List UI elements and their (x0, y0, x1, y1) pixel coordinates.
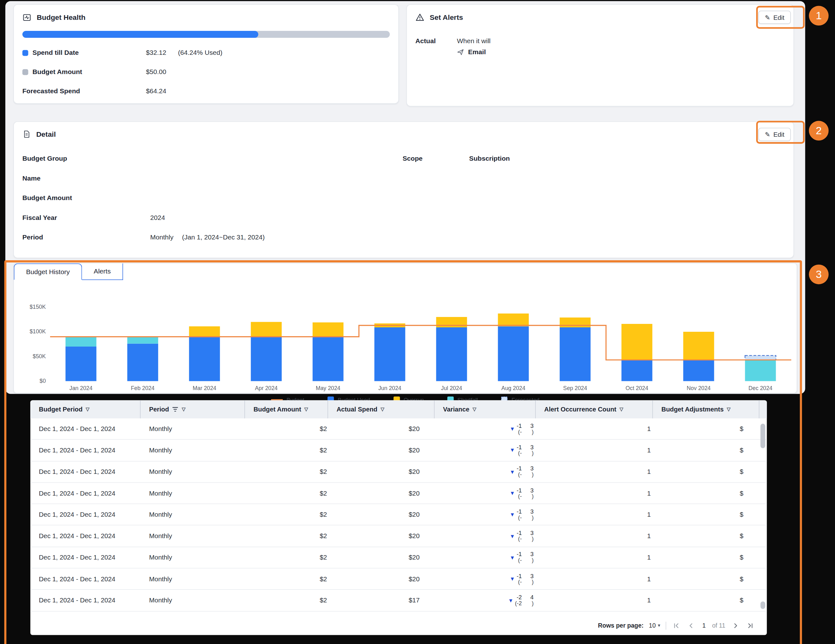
scrollbar-end[interactable] (760, 602, 765, 609)
previous-page-button[interactable] (686, 621, 696, 630)
x-axis-label: Feb 2024 (112, 385, 174, 391)
scope-value: Subscription (469, 155, 510, 162)
budget-progress-fill (23, 31, 258, 38)
scope-label: Scope (403, 155, 469, 162)
cell-budget-amount: $2 (245, 483, 328, 503)
forecasted-spend-row: Forecasted Spend $64.24 (23, 81, 390, 101)
first-page-button[interactable] (671, 621, 681, 630)
cell-budget-amount: $2 (245, 419, 328, 439)
cell-alert-occurrence-count: 1 (536, 483, 653, 503)
col-label: Variance (443, 406, 469, 413)
cell-budget-amount: $2 (245, 440, 328, 461)
sort-icon[interactable]: ▽ (727, 407, 731, 412)
col-header-variance[interactable]: Variance ▽ (435, 400, 536, 418)
variance-down-icon: ▼ (510, 490, 515, 496)
cell-budget-period: Dec 1, 2024 - Dec 1, 2024 (30, 461, 141, 482)
cell-budget-period: Dec 1, 2024 - Dec 1, 2024 (30, 590, 141, 611)
variance-down-icon: ▼ (508, 597, 513, 603)
current-page[interactable]: 1 (702, 622, 706, 629)
col-header-budget-period[interactable]: Budget Period ▽ (30, 400, 141, 418)
rows-per-page-select[interactable]: 10 ▾ (649, 622, 660, 629)
table-body: Dec 1, 2024 - Dec 1, 2024 Monthly $2 $20… (30, 419, 767, 612)
sort-icon[interactable]: ▽ (473, 407, 476, 412)
filter-applied-icon[interactable] (172, 406, 179, 412)
tab-alerts[interactable]: Alerts (82, 263, 123, 280)
budget-amount-row: Budget Amount $50.00 (23, 62, 390, 82)
detail-body: Budget Group Name Budget Amount Fiscal Y… (14, 143, 793, 247)
spend-dot-icon (23, 50, 28, 56)
set-alerts-edit-button[interactable]: ✎ Edit (759, 11, 791, 24)
cell-alert-occurrence-count: 1 (536, 504, 653, 525)
col-header-period[interactable]: Period ▽ (141, 400, 245, 418)
cell-variance: ▼ -2(-2 4) (435, 590, 536, 611)
sort-icon[interactable]: ▽ (86, 407, 89, 412)
cell-budget-period: Dec 1, 2024 - Dec 1, 2024 (30, 440, 141, 461)
cell-alert-occurrence-count: 1 (536, 568, 653, 589)
sort-icon[interactable]: ▽ (182, 407, 186, 412)
table-row: Dec 1, 2024 - Dec 1, 2024 Monthly $2 $20… (30, 504, 767, 526)
cell-budget-period: Dec 1, 2024 - Dec 1, 2024 (30, 568, 141, 589)
variance-down-icon: ▼ (510, 555, 515, 561)
col-label: Budget Period (39, 406, 83, 413)
cell-variance: ▼ -1(- 3) (435, 526, 536, 546)
spend-till-date-value: $32.12 (146, 49, 166, 57)
cell-variance: ▼ -1(- 3) (435, 504, 536, 525)
set-alerts-body: Actual When it will Email (407, 26, 794, 56)
col-header-budget-adjustments[interactable]: Budget Adjustments ▽ (653, 400, 759, 418)
table-scrollbar[interactable] (760, 422, 765, 609)
sort-icon[interactable]: ▽ (304, 407, 308, 412)
cell-variance: ▼ -1(- 3) (435, 483, 536, 503)
period-label: Period (23, 234, 150, 241)
cell-alert-occurrence-count: 1 (536, 526, 653, 546)
alert-config: When it will Email (457, 37, 491, 56)
period-range: (Jan 1, 2024~Dec 31, 2024) (182, 234, 265, 241)
scrollbar-thumb[interactable] (760, 424, 765, 448)
tabs-bar: Budget History Alerts (14, 263, 796, 280)
table-row: Dec 1, 2024 - Dec 1, 2024 Monthly $2 $20… (30, 547, 767, 568)
forecasted-spend-value: $64.24 (146, 87, 166, 95)
col-header-alert-occurrence-count[interactable]: Alert Occurrence Count ▽ (536, 400, 653, 418)
table-footer: Rows per page: 10 ▾ 1 of 11 (598, 621, 755, 630)
fiscal-year-row: Fiscal Year 2024 (23, 208, 785, 227)
col-label: Period (149, 406, 169, 413)
cell-actual-spend: $20 (328, 526, 435, 546)
last-page-button[interactable] (746, 621, 755, 630)
tab-alerts-label: Alerts (94, 268, 110, 275)
cell-alert-occurrence-count: 1 (536, 547, 653, 568)
fiscal-year-label: Fiscal Year (23, 214, 150, 221)
cell-budget-amount: $2 (245, 526, 328, 546)
screenshot-root: Budget Health Spend till Date $32.12 (64… (0, 0, 835, 644)
cell-budget-period: Dec 1, 2024 - Dec 1, 2024 (30, 526, 141, 546)
x-axis-label: Apr 2024 (236, 385, 297, 391)
set-alerts-title: Set Alerts (430, 13, 463, 21)
variance-down-icon: ▼ (510, 533, 515, 539)
cell-period: Monthly (141, 547, 245, 568)
cell-budget-adjustments: $ (653, 461, 759, 482)
next-page-button[interactable] (731, 621, 740, 630)
rows-per-page-value: 10 (649, 622, 656, 629)
table-header: Budget Period ▽ Period ▽ Budget Amount ▽… (30, 400, 767, 418)
spend-till-date-label: Spend till Date (32, 49, 79, 57)
cell-variance: ▼ -1(- 3) (435, 440, 536, 461)
name-label: Name (23, 174, 150, 182)
detail-edit-button[interactable]: ✎ Edit (759, 128, 791, 141)
cell-variance: ▼ -1(- 3) (435, 568, 536, 589)
x-axis-label: Dec 2024 (729, 385, 791, 391)
detail-title: Detail (36, 130, 56, 138)
alert-type-label: Actual (416, 37, 457, 56)
cell-budget-amount: $2 (245, 461, 328, 482)
cell-budget-amount: $2 (245, 547, 328, 568)
cell-alert-occurrence-count: 1 (536, 419, 653, 439)
cell-alert-occurrence-count: 1 (536, 461, 653, 482)
col-header-budget-amount[interactable]: Budget Amount ▽ (245, 400, 328, 418)
budget-health-icon (23, 13, 31, 22)
annotation-badge-3: 3 (809, 264, 829, 284)
cell-period: Monthly (141, 590, 245, 611)
tab-budget-history[interactable]: Budget History (14, 263, 82, 280)
cell-budget-adjustments: $ (653, 547, 759, 568)
col-label: Actual Spend (337, 406, 378, 413)
sort-icon[interactable]: ▽ (380, 407, 384, 412)
col-header-actual-spend[interactable]: Actual Spend ▽ (328, 400, 435, 418)
cell-budget-amount: $2 (245, 504, 328, 525)
sort-icon[interactable]: ▽ (619, 407, 623, 412)
